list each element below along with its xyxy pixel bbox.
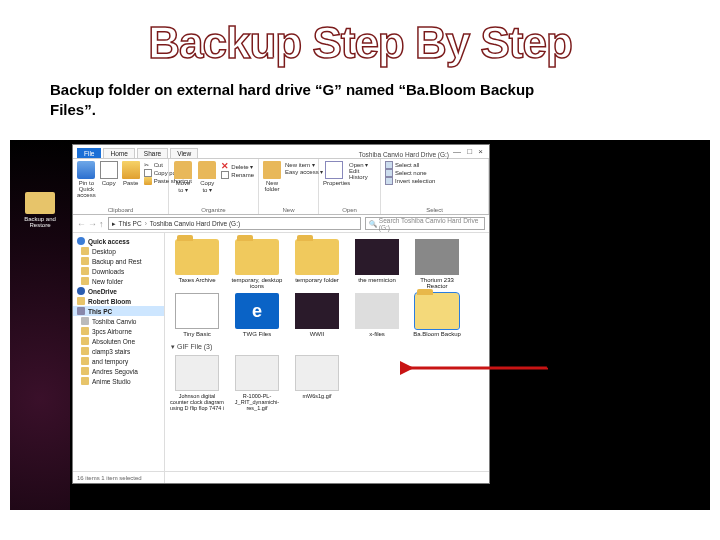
ribbon-group-label: New (263, 207, 314, 213)
folder-icon (235, 239, 279, 275)
tab-share[interactable]: Share (137, 148, 168, 158)
file-item[interactable]: Ba.Bloom Backup (409, 293, 465, 337)
nav-arrows[interactable]: ←→↑ (77, 219, 104, 229)
nav-label: This PC (88, 308, 112, 315)
file-item[interactable]: Johnson digital counter clock diagram us… (169, 355, 225, 411)
group-header[interactable]: ▾ GIF File (3) (171, 343, 485, 351)
nav-label: Backup and Rest (92, 258, 142, 265)
nav-item[interactable]: This PC (73, 306, 164, 316)
rename-button[interactable]: Rename (221, 171, 254, 179)
select-all-button[interactable]: Select all (385, 161, 484, 169)
file-label: the mermicion (349, 277, 405, 283)
content-pane: Taxes Archivetemporary, desktop iconstem… (165, 233, 489, 483)
nav-item[interactable]: Andres Segovia (73, 366, 164, 376)
desktop-icon-label: Backup and Restore (22, 216, 58, 228)
nav-label: New folder (92, 278, 123, 285)
file-label: Tiny Basic (169, 331, 225, 337)
file-item[interactable]: eTWG Files (229, 293, 285, 337)
nav-icon (81, 377, 89, 385)
address-bar-row: ←→↑ ▸ This PC › Toshiba Canvio Hard Driv… (73, 215, 489, 233)
ribbon-group-label: Clipboard (77, 207, 164, 213)
tab-view[interactable]: View (170, 148, 198, 158)
navigation-pane: Quick accessDesktopBackup and RestDownlo… (73, 233, 165, 483)
nav-item[interactable]: Backup and Rest (73, 256, 164, 266)
file-thumbnail (415, 239, 459, 275)
new-folder-button[interactable]: New folder (263, 161, 281, 192)
file-thumbnail (355, 293, 399, 329)
nav-icon (77, 287, 85, 295)
nav-item[interactable]: Robert Bloom (73, 296, 164, 306)
invert-selection-button[interactable]: Invert selection (385, 177, 484, 185)
file-item[interactable]: R-1000-PL-J_RIT_dynamichi-res_1.gif (229, 355, 285, 411)
desktop-folder-icon[interactable]: Backup and Restore (22, 192, 58, 228)
file-thumbnail: e (235, 293, 279, 329)
nav-icon (81, 317, 89, 325)
ribbon-group-label: Select (385, 207, 484, 213)
breadcrumb[interactable]: This PC (119, 220, 142, 227)
window-controls[interactable]: — □ × (453, 147, 485, 156)
file-item[interactable]: temporary folder (289, 239, 345, 289)
copy-to-button[interactable]: Copy to ▾ (197, 161, 217, 193)
nav-item[interactable]: Absoluten One (73, 336, 164, 346)
tab-home[interactable]: Home (103, 148, 134, 158)
nav-item[interactable]: 3pcs Airborne (73, 326, 164, 336)
ribbon-tabs: File Home Share View Toshiba Canvio Hard… (73, 145, 489, 159)
file-thumbnail (355, 239, 399, 275)
search-input[interactable]: 🔍 Search Toshiba Canvio Hard Drive (G:) (365, 217, 485, 230)
nav-item[interactable]: and tempory (73, 356, 164, 366)
nav-icon (81, 357, 89, 365)
file-item[interactable]: x-files (349, 293, 405, 337)
file-item[interactable]: mW6s1g.gif (289, 355, 345, 411)
pin-button[interactable]: Pin to Quick access (77, 161, 96, 198)
file-label: temporary folder (289, 277, 345, 283)
nav-icon (81, 247, 89, 255)
slide-subtitle: Backup folder on external hard drive “G”… (0, 68, 560, 127)
nav-item[interactable]: Toshiba Canvio (73, 316, 164, 326)
easy-access-button[interactable]: Easy access ▾ (285, 168, 323, 175)
nav-label: Downloads (92, 268, 124, 275)
file-item[interactable]: temporary, desktop icons (229, 239, 285, 289)
nav-icon (81, 337, 89, 345)
copy-button[interactable]: Copy (100, 161, 118, 186)
nav-item[interactable]: Desktop (73, 246, 164, 256)
file-item[interactable]: Taxes Archive (169, 239, 225, 289)
file-explorer-window: — □ × File Home Share View Toshiba Canvi… (72, 144, 490, 484)
file-label: R-1000-PL-J_RIT_dynamichi-res_1.gif (229, 393, 285, 411)
delete-button[interactable]: ✕Delete ▾ (221, 161, 254, 171)
file-label: Thorium 233 Reactor (409, 277, 465, 289)
folder-icon (415, 293, 459, 329)
nav-item[interactable]: Downloads (73, 266, 164, 276)
nav-item[interactable]: Anime Studio (73, 376, 164, 386)
slide-title: Backup Step By Step (0, 0, 720, 68)
properties-button[interactable]: Properties (323, 161, 345, 186)
file-item[interactable]: Thorium 233 Reactor (409, 239, 465, 289)
file-label: temporary, desktop icons (229, 277, 285, 289)
nav-item[interactable]: New folder (73, 276, 164, 286)
nav-label: Quick access (88, 238, 130, 245)
history-button[interactable]: History (349, 174, 368, 180)
nav-item[interactable]: clamp3 stairs (73, 346, 164, 356)
nav-icon (81, 327, 89, 335)
file-item[interactable]: the mermicion (349, 239, 405, 289)
nav-label: Absoluten One (92, 338, 135, 345)
select-none-button[interactable]: Select none (385, 169, 484, 177)
nav-label: OneDrive (88, 288, 117, 295)
ribbon-group-label: Open (323, 207, 376, 213)
nav-icon (81, 277, 89, 285)
nav-icon (77, 307, 85, 315)
open-button[interactable]: Open ▾ (349, 161, 368, 168)
move-to-button[interactable]: Move to ▾ (173, 161, 193, 193)
nav-label: Andres Segovia (92, 368, 138, 375)
paste-button[interactable]: Paste (122, 161, 140, 186)
folder-icon (295, 239, 339, 275)
nav-item[interactable]: Quick access (73, 236, 164, 246)
new-item-button[interactable]: New item ▾ (285, 161, 323, 168)
tab-file[interactable]: File (77, 148, 101, 158)
address-bar[interactable]: ▸ This PC › Toshiba Canvio Hard Drive (G… (108, 217, 362, 230)
file-item[interactable]: WWII (289, 293, 345, 337)
file-item[interactable]: Tiny Basic (169, 293, 225, 337)
nav-label: Anime Studio (92, 378, 131, 385)
nav-item[interactable]: OneDrive (73, 286, 164, 296)
nav-icon (81, 267, 89, 275)
breadcrumb[interactable]: Toshiba Canvio Hard Drive (G:) (150, 220, 240, 227)
